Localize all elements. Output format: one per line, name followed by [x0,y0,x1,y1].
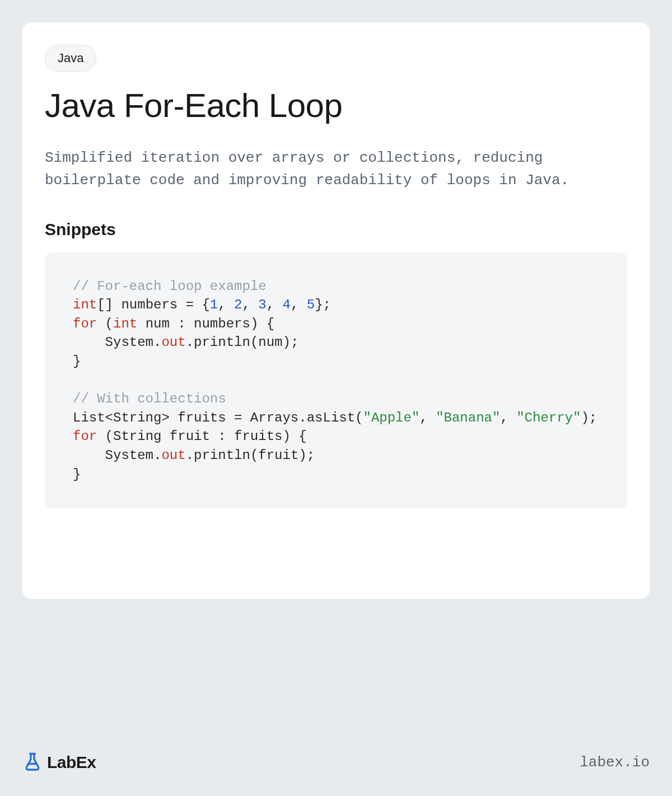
description-text: Simplified iteration over arrays or coll… [45,147,627,192]
code-snippet: // For-each loop example int[] numbers =… [45,252,627,509]
footer: LabEx labex.io [22,751,650,774]
page-title: Java For-Each Loop [45,87,627,124]
brand: LabEx [22,751,96,774]
content-card: Java Java For-Each Loop Simplified itera… [22,22,650,599]
flask-icon [22,751,43,774]
language-tag: Java [45,45,96,72]
site-url: labex.io [580,754,650,771]
brand-name: LabEx [47,753,96,772]
snippets-heading: Snippets [45,220,627,239]
